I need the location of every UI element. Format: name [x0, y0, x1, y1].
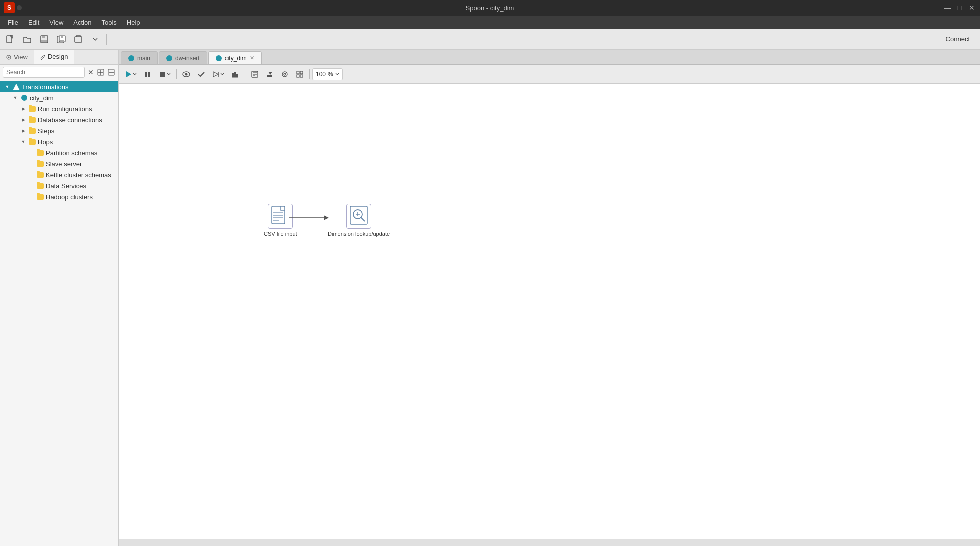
arrow-transformations: ▼ — [4, 84, 11, 90]
expand-all-button[interactable] — [97, 67, 105, 78]
inject-button[interactable] — [263, 68, 277, 82]
tab-main[interactable]: main — [121, 52, 158, 64]
tab-dw-insert[interactable]: dw-insert — [159, 52, 208, 64]
save-button[interactable] — [37, 32, 52, 46]
icon-data-services — [36, 182, 44, 190]
svg-rect-20 — [146, 72, 148, 77]
search-input[interactable] — [3, 67, 85, 78]
icon-steps — [28, 127, 36, 135]
zoom-chevron-icon — [336, 72, 340, 76]
tab-dw-insert-label: dw-insert — [176, 55, 200, 62]
maximize-button[interactable]: □ — [956, 4, 964, 12]
tree-item-hops[interactable]: ▼ Hops — [0, 136, 118, 148]
clear-search-button[interactable]: ✕ — [87, 67, 95, 78]
new-button[interactable] — [3, 32, 18, 46]
tree-item-kettle-cluster[interactable]: ▶ Kettle cluster schemas — [0, 170, 118, 180]
svg-rect-37 — [297, 72, 300, 74]
icon-kettle-cluster — [36, 171, 44, 179]
canvas-sep-3 — [310, 70, 310, 80]
hop-arrow — [289, 213, 329, 223]
titlebar: S Spoon - city_dim — □ ✕ — [0, 0, 980, 16]
log-button[interactable] — [248, 68, 262, 82]
open-button[interactable] — [20, 32, 35, 46]
tab-view-label: View — [14, 54, 28, 61]
svg-rect-27 — [232, 73, 234, 78]
arrow-run-configurations: ▶ — [20, 106, 27, 112]
tab-city-dim-label: city_dim — [225, 55, 247, 62]
menu-file[interactable]: File — [4, 18, 22, 28]
preview-button[interactable] — [180, 68, 194, 82]
tab-design[interactable]: Design — [34, 50, 74, 64]
tab-view[interactable]: View — [0, 50, 34, 64]
step-metrics-button[interactable] — [228, 68, 242, 82]
save-all-button[interactable] — [54, 32, 69, 46]
menu-help[interactable]: Help — [123, 18, 144, 28]
svg-point-35 — [282, 72, 288, 77]
svg-rect-29 — [236, 74, 238, 78]
icon-transformations — [12, 83, 20, 91]
canvas-sep-1 — [176, 70, 177, 80]
explore-button[interactable] — [71, 32, 86, 46]
arrow-steps: ▶ — [20, 128, 27, 134]
menu-tools[interactable]: Tools — [98, 18, 120, 28]
tree-item-city-dim[interactable]: ▼ city_dim — [0, 92, 118, 104]
left-panel: View Design ✕ — [0, 50, 119, 546]
svg-rect-8 — [61, 36, 64, 38]
sniff-button[interactable] — [278, 68, 292, 82]
menu-action[interactable]: Action — [70, 18, 96, 28]
pause-button[interactable] — [141, 68, 155, 82]
svg-point-24 — [186, 73, 188, 76]
check-button[interactable] — [194, 68, 208, 82]
dim-node-icon — [346, 204, 372, 229]
more-button[interactable] — [88, 32, 103, 46]
collapse-all-button[interactable] — [108, 67, 116, 78]
svg-rect-4 — [42, 40, 48, 42]
menu-edit[interactable]: Edit — [24, 18, 44, 28]
run-config-button[interactable] — [210, 68, 228, 82]
svg-rect-10 — [75, 37, 82, 42]
csv-node-label: CSV file input — [264, 231, 298, 237]
label-partition-schemas: Partition schemas — [46, 150, 98, 157]
dim-node-label: Dimension lookup/update — [328, 231, 390, 237]
right-panel: main dw-insert city_dim ✕ — [119, 50, 980, 546]
svg-point-12 — [8, 56, 10, 58]
toolbar-separator-1 — [106, 34, 107, 45]
tab-city-dim[interactable]: city_dim ✕ — [208, 52, 262, 64]
label-slave-server: Slave server — [46, 160, 82, 168]
close-button[interactable]: ✕ — [968, 4, 976, 12]
tree-item-steps[interactable]: ▶ Steps — [0, 126, 118, 136]
dim-lookup-node[interactable]: Dimension lookup/update — [328, 204, 390, 237]
svg-rect-28 — [234, 72, 236, 78]
grid-button[interactable] — [293, 68, 307, 82]
main-toolbar: Connect — [0, 29, 980, 50]
stop-button[interactable] — [156, 68, 174, 82]
tree-item-transformations[interactable]: ▼ Transformations — [0, 82, 118, 92]
window-title: Spoon - city_dim — [466, 4, 514, 12]
label-hops: Hops — [38, 138, 53, 146]
label-city-dim: city_dim — [30, 94, 54, 102]
connect-button[interactable]: Connect — [939, 34, 977, 45]
run-button[interactable] — [122, 68, 140, 82]
svg-marker-25 — [214, 72, 218, 77]
zoom-value: 100 — [316, 71, 326, 78]
tab-city-dim-close[interactable]: ✕ — [250, 55, 254, 62]
label-db-connections: Database connections — [38, 116, 102, 124]
tree-item-run-configurations[interactable]: ▶ Run configurations — [0, 104, 118, 114]
tree-item-hadoop-clusters[interactable]: ▶ Hadoop clusters — [0, 192, 118, 202]
label-kettle-cluster: Kettle cluster schemas — [46, 172, 112, 179]
menu-view[interactable]: View — [46, 18, 68, 28]
svg-rect-39 — [297, 75, 300, 78]
minimize-button[interactable]: — — [944, 4, 952, 12]
label-steps: Steps — [38, 128, 54, 135]
tree-item-data-services[interactable]: ▶ Data Services — [0, 180, 118, 192]
canvas-area[interactable]: CSV file input Dimension — [119, 84, 980, 539]
tree-item-partition-schemas[interactable]: ▶ Partition schemas — [0, 148, 118, 158]
tree-item-db-connections[interactable]: ▶ Database connections — [0, 114, 118, 126]
menubar: File Edit View Action Tools Help — [0, 16, 980, 29]
svg-marker-18 — [14, 84, 20, 90]
tab-main-icon — [128, 56, 134, 62]
icon-partition-schemas — [36, 149, 44, 157]
icon-city-dim — [20, 94, 28, 102]
tree-item-slave-server[interactable]: ▶ Slave server — [0, 158, 118, 170]
horizontal-scrollbar[interactable] — [119, 539, 980, 546]
